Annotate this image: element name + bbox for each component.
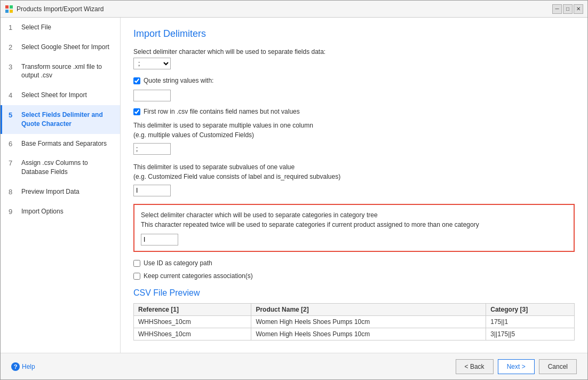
table-cell: Women High Heels Shoes Pumps 10cm	[251, 328, 486, 341]
sidebar-item-1[interactable]: 1 Select File	[1, 18, 120, 37]
csv-header-cell: Reference [1]	[134, 304, 251, 316]
sidebar-label-7: Assign .csv Columns to Database Fields	[21, 159, 114, 177]
keep-assoc-checkbox-row: Keep current categories association(s)	[133, 272, 575, 280]
sidebar-label-8: Preview Import Data	[21, 187, 80, 196]
sidebar-label-9: Import Options	[21, 207, 63, 216]
use-id-checkbox[interactable]	[133, 260, 140, 267]
cancel-button[interactable]: Cancel	[539, 359, 577, 374]
svg-rect-0	[5, 5, 9, 9]
help-link[interactable]: ? Help	[11, 362, 35, 371]
footer: ? Help < Back Next > Cancel	[1, 353, 587, 379]
first-row-checkbox-row: First row in .csv file contains field na…	[133, 108, 575, 115]
svg-rect-1	[10, 5, 13, 9]
minimize-button[interactable]: ─	[552, 4, 562, 14]
sidebar-item-7[interactable]: 7 Assign .csv Columns to Database Fields	[1, 153, 120, 182]
footer-buttons: < Back Next > Cancel	[456, 359, 577, 374]
category-input-row	[141, 234, 567, 246]
keep-assoc-label: Keep current categories association(s)	[144, 272, 253, 280]
subvalue-label: This delimiter is used to separate subva…	[133, 162, 575, 181]
csv-preview-section: CSV File Preview Reference [1]Product Na…	[133, 288, 575, 341]
quote-checkbox[interactable]	[133, 77, 140, 84]
use-id-label: Use ID as category path	[144, 259, 212, 267]
sidebar-num-9: 9	[9, 207, 17, 216]
quote-label: Quote string values with:	[144, 77, 213, 84]
svg-rect-3	[10, 10, 13, 13]
window-controls: ─ □ ✕	[552, 4, 583, 14]
use-id-checkbox-row: Use ID as category path	[133, 259, 575, 267]
category-desc: Select delimiter character which will be…	[141, 210, 567, 229]
sidebar-item-3[interactable]: 3 Transform source .xml file to output .…	[1, 57, 120, 86]
sidebar-num-8: 8	[9, 187, 17, 196]
sidebar-item-8[interactable]: 8 Preview Import Data	[1, 182, 120, 202]
sidebar-item-6[interactable]: 6 Base Formats and Separators	[1, 134, 120, 154]
quote-input[interactable]	[133, 90, 171, 101]
sidebar-num-6: 6	[9, 139, 17, 148]
multi-value-label: This delimiter is used to separate multi…	[133, 121, 575, 140]
delimiter-select[interactable]: ; , | \t	[133, 58, 171, 69]
app-icon	[5, 5, 13, 13]
section-title: Import Delimiters	[133, 28, 575, 39]
sidebar: 1 Select File 2 Select Google Sheet for …	[1, 18, 121, 353]
delimiter-group: Select delimiter character which will be…	[133, 48, 575, 69]
sidebar-label-3: Transform source .xml file to output .cs…	[21, 62, 114, 81]
sidebar-item-2[interactable]: 2 Select Google Sheet for Import	[1, 37, 120, 57]
sidebar-num-4: 4	[9, 91, 17, 99]
first-row-checkbox[interactable]	[133, 108, 140, 115]
sidebar-num-1: 1	[9, 23, 17, 31]
sidebar-label-1: Select File	[21, 23, 51, 32]
subvalue-group: This delimiter is used to separate subva…	[133, 162, 575, 196]
next-button[interactable]: Next >	[498, 359, 535, 374]
category-delimiter-box: Select delimiter character which will be…	[133, 204, 575, 252]
csv-preview-title: CSV File Preview	[133, 288, 575, 298]
help-icon: ?	[11, 362, 20, 371]
help-label: Help	[22, 363, 35, 370]
subvalue-input[interactable]	[133, 185, 171, 196]
sidebar-num-3: 3	[9, 62, 17, 71]
quote-input-row	[133, 90, 575, 101]
main-window: Products Import/Export Wizard ─ □ ✕ 1 Se…	[0, 0, 588, 380]
title-bar: Products Import/Export Wizard ─ □ ✕	[1, 1, 587, 18]
back-button[interactable]: < Back	[456, 359, 494, 374]
sidebar-item-4[interactable]: 4 Select Sheet for Import	[1, 85, 120, 105]
delimiter-label: Select delimiter character which will be…	[133, 48, 575, 56]
table-cell: 175||1	[486, 316, 575, 328]
multi-value-group: This delimiter is used to separate multi…	[133, 121, 575, 155]
csv-header-cell: Product Name [2]	[251, 304, 486, 316]
sidebar-item-9[interactable]: 9 Import Options	[1, 202, 120, 221]
sidebar-item-5[interactable]: 5 Select Fields Delimiter and Quote Char…	[1, 105, 120, 134]
category-input[interactable]	[141, 234, 178, 246]
table-cell: 3||175||5	[486, 328, 575, 341]
sidebar-num-7: 7	[9, 159, 17, 167]
main-body: 1 Select File 2 Select Google Sheet for …	[1, 18, 587, 353]
sidebar-label-4: Select Sheet for Import	[21, 91, 87, 100]
sidebar-label-2: Select Google Sheet for Import	[21, 43, 109, 52]
title-bar-left: Products Import/Export Wizard	[5, 5, 104, 13]
delimiter-row: ; , | \t	[133, 58, 575, 69]
content-area: Import Delimiters Select delimiter chara…	[121, 18, 587, 353]
close-button[interactable]: ✕	[574, 4, 583, 14]
multi-value-input[interactable]	[133, 143, 171, 155]
window-title: Products Import/Export Wizard	[17, 5, 104, 13]
table-cell: Women High Heels Shoes Pumps 10cm	[251, 316, 486, 328]
maximize-button[interactable]: □	[563, 4, 573, 14]
svg-rect-2	[5, 10, 9, 13]
csv-table: Reference [1]Product Name [2]Category [3…	[133, 303, 575, 341]
table-cell: WHHShoes_10cm	[134, 316, 251, 328]
sidebar-label-6: Base Formats and Separators	[21, 139, 107, 148]
csv-header-cell: Category [3]	[486, 304, 575, 316]
first-row-label: First row in .csv file contains field na…	[144, 108, 300, 115]
sidebar-num-2: 2	[9, 43, 17, 51]
quote-checkbox-row: Quote string values with:	[133, 77, 575, 84]
csv-header-row: Reference [1]Product Name [2]Category [3…	[134, 304, 575, 316]
table-row: WHHShoes_10cmWomen High Heels Shoes Pump…	[134, 328, 575, 341]
keep-assoc-checkbox[interactable]	[133, 273, 140, 280]
sidebar-num-5: 5	[9, 110, 17, 119]
table-row: WHHShoes_10cmWomen High Heels Shoes Pump…	[134, 316, 575, 328]
sidebar-label-5: Select Fields Delimiter and Quote Charac…	[21, 110, 114, 129]
table-cell: WHHShoes_10cm	[134, 328, 251, 341]
csv-tbody: WHHShoes_10cmWomen High Heels Shoes Pump…	[134, 316, 575, 341]
